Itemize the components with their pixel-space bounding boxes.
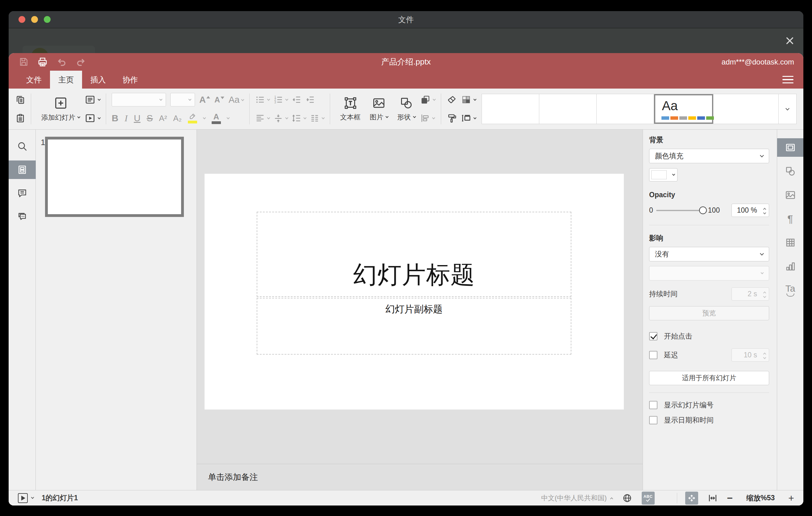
slide[interactable]: 幻灯片标题 幻灯片副标题: [205, 174, 624, 409]
background-fill-select[interactable]: 颜色填充: [649, 149, 769, 163]
image-settings-icon[interactable]: [777, 186, 804, 204]
comments-icon[interactable]: [9, 184, 36, 202]
clear-style-icon[interactable]: [447, 94, 457, 105]
effect-type-select[interactable]: [649, 266, 769, 281]
tab-collaboration[interactable]: 协作: [114, 71, 146, 89]
undo-icon[interactable]: [56, 56, 67, 67]
document-language-icon[interactable]: [621, 492, 634, 505]
fit-to-slide-icon[interactable]: [685, 492, 698, 505]
color-scheme-button[interactable]: [461, 94, 476, 105]
table-settings-icon[interactable]: [777, 233, 804, 252]
tab-home[interactable]: 主页: [50, 71, 82, 89]
arrange-shapes-button[interactable]: [420, 94, 435, 105]
superscript-button[interactable]: A²: [159, 114, 167, 122]
slide-size-button[interactable]: [461, 113, 476, 123]
maximize-traffic-light[interactable]: [44, 16, 51, 23]
chart-settings-icon[interactable]: [777, 257, 804, 276]
shape-settings-icon[interactable]: [777, 162, 804, 180]
paste-icon[interactable]: [16, 113, 25, 123]
image-button[interactable]: 图片: [365, 89, 393, 129]
theme-thumbnail-blank-2[interactable]: [539, 94, 597, 124]
font-color-button[interactable]: A: [212, 113, 221, 124]
save-icon[interactable]: [18, 56, 29, 67]
effect-select[interactable]: 没有: [649, 247, 769, 261]
align-shapes-button[interactable]: [420, 113, 435, 123]
search-icon[interactable]: [9, 137, 36, 155]
slide-canvas[interactable]: 幻灯片标题 幻灯片副标题: [197, 130, 643, 464]
increase-indent-button[interactable]: [305, 95, 315, 105]
numbered-list-button[interactable]: 123: [273, 95, 288, 105]
theme-thumbnail-blank-3[interactable]: [597, 94, 654, 124]
delay-row[interactable]: 延迟 10 s: [649, 348, 769, 362]
hamburger-menu-icon[interactable]: [782, 74, 794, 85]
subscript-button[interactable]: A₂: [173, 114, 181, 122]
italic-button[interactable]: I: [125, 114, 128, 123]
theme-thumbnail-blank-4[interactable]: [713, 94, 779, 124]
start-slideshow-button[interactable]: [85, 113, 100, 124]
line-spacing-button[interactable]: [292, 113, 306, 123]
add-slide-button[interactable]: 添加幻灯片: [37, 89, 85, 129]
tab-insert[interactable]: 插入: [82, 71, 114, 89]
zoom-in-button[interactable]: +: [788, 493, 794, 503]
opacity-input[interactable]: 100 %: [731, 204, 769, 217]
show-slide-number-row[interactable]: 显示幻灯片编号: [649, 400, 769, 410]
duration-input[interactable]: 2 s: [731, 287, 769, 300]
text-art-settings-icon[interactable]: Ta: [777, 281, 804, 299]
vertical-align-button[interactable]: [273, 113, 288, 123]
spellcheck-icon[interactable]: ABC: [642, 492, 655, 505]
font-name-select[interactable]: [112, 93, 166, 107]
close-traffic-light[interactable]: [19, 16, 25, 23]
redo-icon[interactable]: [75, 56, 86, 67]
theme-thumbnail-selected[interactable]: Aa: [654, 94, 713, 124]
slide-thumbnail-1[interactable]: [45, 137, 184, 217]
change-case-button[interactable]: Aa: [229, 95, 243, 104]
tab-file[interactable]: 文件: [18, 71, 50, 89]
close-icon[interactable]: [784, 35, 795, 46]
language-selector[interactable]: 中文(中华人民共和国): [541, 493, 613, 503]
delay-input[interactable]: 10 s: [731, 348, 769, 362]
delay-checkbox[interactable]: [649, 351, 658, 359]
theme-thumbnail-blank-1[interactable]: [482, 94, 539, 124]
minimize-traffic-light[interactable]: [31, 16, 38, 23]
horizontal-align-button[interactable]: [255, 113, 270, 123]
theme-gallery-frame: Aa: [482, 94, 779, 124]
paragraph-settings-icon[interactable]: ¶: [777, 209, 804, 228]
slides-panel-icon[interactable]: [9, 161, 36, 179]
decrease-indent-button[interactable]: [292, 95, 301, 105]
background-color-swatch: [651, 170, 667, 179]
bullet-list-button[interactable]: [255, 95, 270, 105]
fit-to-width-icon[interactable]: [706, 492, 719, 505]
copy-icon[interactable]: [16, 95, 25, 105]
preview-button[interactable]: 预览: [649, 306, 769, 320]
highlight-color-button[interactable]: [188, 113, 197, 123]
columns-button[interactable]: [310, 113, 324, 123]
opacity-slider[interactable]: [656, 210, 703, 211]
strikethrough-button[interactable]: S: [147, 114, 153, 123]
show-date-time-row[interactable]: 显示日期和时间: [649, 415, 769, 425]
notes-area[interactable]: 单击添加备注: [197, 464, 643, 490]
start-on-click-checkbox[interactable]: [649, 332, 658, 340]
shape-button[interactable]: 形状: [393, 89, 420, 129]
background-color-picker[interactable]: [649, 168, 677, 181]
chat-icon[interactable]: [9, 207, 36, 226]
change-layout-button[interactable]: [85, 94, 100, 105]
increase-font-size-button[interactable]: A: [199, 95, 210, 104]
start-slideshow-status-icon[interactable]: [18, 493, 28, 503]
decrease-font-size-button[interactable]: A: [214, 96, 224, 104]
title-placeholder[interactable]: 幻灯片标题: [257, 212, 571, 297]
textbox-button[interactable]: 文本框: [336, 89, 365, 129]
slide-settings-icon[interactable]: [777, 138, 804, 157]
opacity-slider-knob[interactable]: [699, 206, 707, 214]
theme-gallery-expand-button[interactable]: [779, 94, 796, 124]
subtitle-placeholder[interactable]: 幻灯片副标题: [257, 298, 571, 354]
font-size-select[interactable]: [170, 93, 195, 107]
zoom-out-button[interactable]: −: [727, 493, 733, 503]
bold-button[interactable]: B: [112, 114, 118, 123]
underline-button[interactable]: U: [134, 114, 141, 123]
print-icon[interactable]: [37, 56, 48, 67]
show-date-time-checkbox[interactable]: [649, 416, 658, 424]
apply-to-all-slides-button[interactable]: 适用于所有幻灯片: [649, 371, 769, 385]
show-slide-number-checkbox[interactable]: [649, 401, 658, 409]
start-on-click-row[interactable]: 开始点击: [649, 332, 769, 341]
copy-style-icon[interactable]: [447, 113, 457, 123]
